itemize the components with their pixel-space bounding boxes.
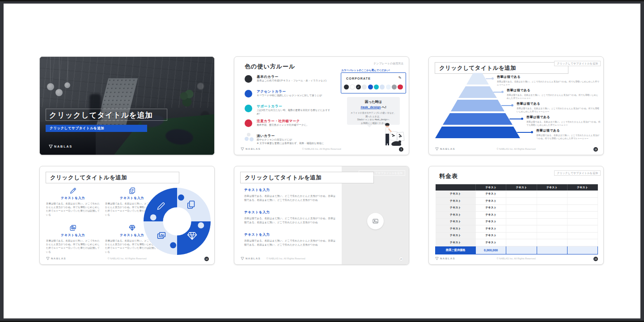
text-section: テキストを入力 吾輩は猫である。名前はまだ無い。どこで生れたかとんと見当がつかぬ… [244, 233, 336, 247]
check-icon: ✓ [356, 85, 361, 89]
pale-color-swatch [250, 137, 254, 141]
slide-title: 料金表 [439, 172, 458, 180]
puzzle-tab [178, 195, 184, 201]
copyright-text: © NABLAS Inc. All Rights Reserved [234, 257, 337, 260]
copyright-text: © NABLAS Inc. All Rights Reserved [429, 257, 603, 260]
pyramid-level-4 [435, 113, 520, 125]
puzzle-tab [150, 214, 157, 220]
table-row: テキストテキスト [436, 198, 598, 205]
palette-hint-label: カラーパレットのここから選んでください! [341, 69, 390, 72]
palette-swatch[interactable] [392, 85, 397, 89]
copyright-text: © NABLAS Inc. All Rights Reserved [429, 148, 603, 150]
ask-design-link[interactable]: #ask_design [360, 105, 381, 109]
title-placeholder[interactable]: クリックしてタイトルを追加 [435, 62, 568, 74]
images-icon [46, 224, 100, 232]
pyramid-level-5 [435, 127, 520, 138]
caution-color-swatch [245, 119, 252, 127]
pyramid-label: 吾輩は猫である 吾輩は猫である。名前はまだ無い。どこで生れたかとんと見当がつかぬ… [497, 75, 600, 86]
accent-color-swatch [245, 90, 252, 97]
palette-swatch[interactable] [344, 85, 349, 89]
nablas-logo: NABLAS [49, 144, 72, 148]
table-row: テキストテキスト [436, 232, 598, 239]
pyramid-label: 吾輩は猫である 吾輩は猫である。名前はまだ無い。どこで生れたかとんと見当がつかぬ… [526, 115, 601, 127]
palette-name: CORPORATE [346, 77, 371, 80]
page-number-badge: 16 [593, 147, 598, 152]
palette-swatch[interactable] [350, 85, 355, 89]
page-number-badge: 12 [204, 257, 209, 261]
base-color-swatch [245, 75, 252, 83]
text-section: テキストを入力 吾輩は猫である。名前はまだ無い。どこで生れたかとんと見当がつかぬ… [244, 210, 336, 225]
pyramid-label: 吾輩は猫である 吾輩は猫である。名前はまだ無い。どこで生れたかとんと見当がつかぬ… [507, 88, 600, 100]
deck-canvas: クリックしてタイトルを追加 クリックしてサブタイトルを追加 NABLAS 色の使… [4, 4, 640, 318]
slide-title[interactable]: クリックしてタイトルを追加 [49, 110, 153, 120]
slide-thumbnail-title[interactable]: クリックしてタイトルを追加 クリックしてサブタイトルを追加 NABLAS [39, 56, 215, 155]
table-row: テキストテキスト [436, 212, 598, 219]
text-card: テキストを入力 吾輩は猫である。名前はまだ無い。どこで生れたかとんと見当がつかぬ… [46, 187, 100, 216]
palette-swatch[interactable] [386, 85, 391, 89]
slide-title: 色の使い方ルール [245, 63, 295, 71]
copyright-text: © NABLAS Inc. All Rights Reserved [234, 148, 409, 150]
puzzle-tab [198, 222, 204, 229]
palette-swatch[interactable] [374, 85, 379, 89]
page-number-badge: 3 [399, 147, 403, 152]
table-total-row: 推奨ご提供価格 0,000,000 [436, 246, 598, 254]
palette-swatch[interactable] [398, 85, 402, 89]
subtitle-placeholder[interactable]: クリックしてサブタイトルを追加 [554, 61, 601, 66]
title-placeholder[interactable]: クリックしてタイトルを追加 [240, 172, 374, 183]
title-placeholder[interactable]: クリックしてタイトルを追加 [46, 172, 179, 183]
palette-swatch-selected[interactable]: ✓ [356, 85, 361, 89]
table-row: テキストテキスト [436, 204, 598, 212]
insert-image-button[interactable] [367, 213, 384, 229]
nabla-logo-icon [49, 144, 53, 148]
slide-thumbnail-color-rules[interactable]: 色の使い方ルール テンプレートの使用方法 基本のカラー 基本はこの色で作成!(テ… [234, 56, 409, 155]
palette-swatch[interactable] [368, 85, 373, 89]
pale-color-swatch [247, 133, 250, 136]
copyright-text: © NABLAS Inc. All Rights Reserved [40, 257, 214, 260]
puzzle-tab [170, 242, 176, 248]
page-number-badge: 23 [593, 257, 598, 261]
table-row: テキストテキスト [436, 239, 598, 246]
slide-thumbnail-puzzle[interactable]: クリックしてタイトルを追加 テキストを入力 吾輩は猫である。名前はまだ無い。どこ… [39, 166, 215, 265]
table-row: テキストテキスト [436, 225, 598, 233]
slide-thumbnail-pyramid[interactable]: クリックしてタイトルを追加 クリックしてサブタイトルを追加 吾輩は猫である 吾輩… [428, 56, 604, 155]
price-table: テキスト テキスト テキスト テキスト テキストテキスト テキストテキスト テキ… [435, 184, 598, 254]
pale-color-swatch [245, 137, 249, 141]
text-section: テキストを入力 吾輩は猫である。名前はまだ無い。どこで生れたかとんと見当がつかぬ… [244, 188, 336, 202]
edit-pencil-icon[interactable]: ✎ [398, 76, 402, 80]
table-header-row: テキスト テキスト テキスト テキスト [436, 184, 598, 191]
subtitle-placeholder[interactable]: クリックしてサブタイトルを追加 [554, 170, 601, 176]
palette-swatch-row: ✓ [344, 85, 403, 89]
slide-thumbnail-text-image[interactable]: クリックしてタイトルを追加 クリックしてサブタイトルを追加 テキストを入力 吾輩… [234, 166, 409, 265]
puzzle-donut-diagram [142, 186, 212, 257]
support-color-swatch [245, 105, 252, 112]
text-card: テキストを入力 吾輩は猫である。名前はまだ無い。どこで生れたかとんと見当がつかぬ… [46, 224, 100, 254]
palette-swatch[interactable] [380, 85, 385, 89]
image-placeholder-icon [372, 218, 379, 225]
pyramid-label: 吾輩は猫である 吾輩は猫である。名前はまだ無い。どこで生れたかとんと見当がつかぬ… [517, 102, 600, 113]
slide-thumbnail-price-table[interactable]: 料金表 クリックしてサブタイトルを追加 テキスト テキスト テキスト テキスト … [428, 166, 604, 265]
palette-swatch[interactable] [362, 85, 367, 89]
person-illustration [374, 122, 405, 149]
subtitle-placeholder[interactable]: クリックしてサブタイトルを追加 [359, 170, 405, 176]
table-row: テキストテキスト [436, 191, 598, 198]
corner-note: テンプレートの使用方法 [373, 62, 403, 66]
color-palette-box[interactable]: CORPORATE ✎ ✓ [341, 72, 406, 93]
pyramid-label: 吾輩は猫である 吾輩は猫である。名前はまだ無い。どこで生れたかとんと見当がつかぬ… [536, 128, 602, 140]
help-speech-bubble: 困った時は #ask_design へ! スライドの見せ方やテンプレの使い方など… [347, 97, 400, 125]
subtitle-placeholder[interactable]: クリックしてサブタイトルを追加 [46, 125, 147, 132]
table-row: テキストテキスト [436, 218, 598, 225]
page-number-badge: 20 [399, 257, 403, 261]
pencil-icon [46, 187, 100, 195]
